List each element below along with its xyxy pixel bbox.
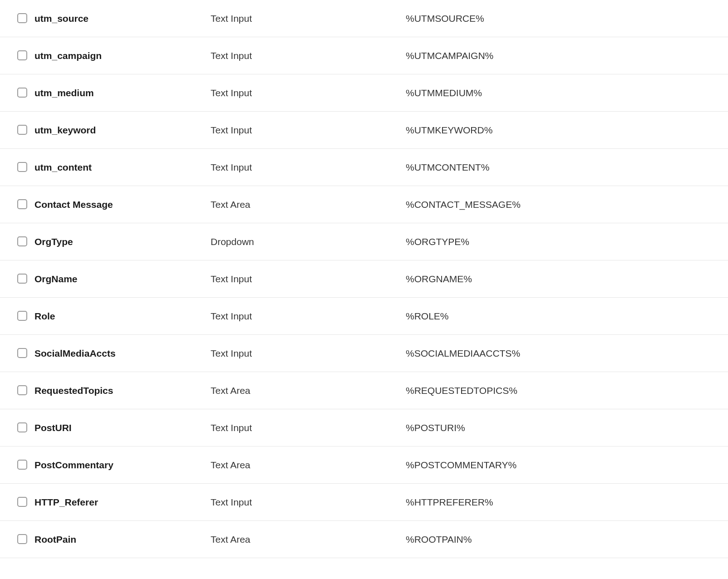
table-row: PostURIText Input%POSTURI% <box>0 409 728 447</box>
select-field-checkbox[interactable] <box>17 88 27 98</box>
table-row: OrgNameText Input%ORGNAME% <box>0 260 728 298</box>
field-name-cell: utm_campaign <box>0 49 209 62</box>
select-field-checkbox[interactable] <box>17 274 27 284</box>
select-field-checkbox[interactable] <box>17 236 27 246</box>
select-field-checkbox[interactable] <box>17 125 27 135</box>
table-row: RoleText Input%ROLE% <box>0 298 728 335</box>
select-field-checkbox[interactable] <box>17 422 27 432</box>
field-type-cell: Dropdown <box>209 235 404 248</box>
table-row: utm_keywordText Input%UTMKEYWORD% <box>0 112 728 149</box>
field-type-cell: Text Input <box>209 421 404 434</box>
table-row: PostCommentaryText Area%POSTCOMMENTARY% <box>0 447 728 484</box>
field-name-cell: OrgType <box>0 235 209 248</box>
select-field-checkbox[interactable] <box>17 460 27 470</box>
select-field-checkbox[interactable] <box>17 199 27 209</box>
field-value-cell: %SOCIALMEDIAACCTS% <box>404 347 728 360</box>
field-name-label: PostURI <box>34 421 72 434</box>
table-row: Contact MessageText Area%CONTACT_MESSAGE… <box>0 186 728 223</box>
field-name-label: utm_campaign <box>34 49 102 62</box>
field-name-label: OrgType <box>34 235 73 248</box>
field-name-cell: RequestedTopics <box>0 384 209 397</box>
field-type-cell: Text Input <box>209 123 404 137</box>
select-field-checkbox[interactable] <box>17 534 27 544</box>
field-value-cell: %UTMKEYWORD% <box>404 123 728 137</box>
table-row: SocialMediaAcctsText Input%SOCIALMEDIAAC… <box>0 335 728 372</box>
field-name-label: utm_keyword <box>34 123 96 137</box>
field-value-cell: %UTMSOURCE% <box>404 12 728 25</box>
field-type-cell: Text Input <box>209 347 404 360</box>
table-row: utm_mediumText Input%UTMMEDIUM% <box>0 74 728 112</box>
field-value-cell: %POSTCOMMENTARY% <box>404 458 728 471</box>
select-field-checkbox[interactable] <box>17 311 27 321</box>
field-name-cell: Contact Message <box>0 198 209 211</box>
table-row: RequestedTopicsText Area%REQUESTEDTOPICS… <box>0 372 728 409</box>
field-value-cell: %ROLE% <box>404 309 728 323</box>
field-name-cell: utm_keyword <box>0 123 209 137</box>
field-name-cell: OrgName <box>0 272 209 285</box>
field-name-cell: utm_medium <box>0 86 209 99</box>
field-type-cell: Text Input <box>209 496 404 509</box>
table-row: utm_contentText Input%UTMCONTENT% <box>0 149 728 186</box>
field-value-cell: %ORGNAME% <box>404 272 728 285</box>
field-name-label: utm_content <box>34 161 92 174</box>
field-name-label: RootPain <box>34 533 76 546</box>
table-row: utm_campaignText Input%UTMCAMPAIGN% <box>0 37 728 74</box>
select-field-checkbox[interactable] <box>17 497 27 507</box>
field-type-cell: Text Input <box>209 161 404 174</box>
select-field-checkbox[interactable] <box>17 385 27 395</box>
field-value-cell: %ROOTPAIN% <box>404 533 728 546</box>
field-name-cell: RootPain <box>0 533 209 546</box>
select-field-checkbox[interactable] <box>17 13 27 23</box>
field-type-cell: Text Area <box>209 384 404 397</box>
fields-table: utm_sourceText Input%UTMSOURCE%utm_campa… <box>0 0 728 558</box>
field-value-cell: %CONTACT_MESSAGE% <box>404 198 728 211</box>
select-field-checkbox[interactable] <box>17 50 27 60</box>
field-type-cell: Text Input <box>209 309 404 323</box>
field-name-label: HTTP_Referer <box>34 496 98 509</box>
field-name-cell: utm_source <box>0 12 209 25</box>
field-name-label: Contact Message <box>34 198 113 211</box>
field-value-cell: %UTMCAMPAIGN% <box>404 49 728 62</box>
field-name-label: SocialMediaAccts <box>34 347 116 360</box>
field-value-cell: %HTTPREFERER% <box>404 496 728 509</box>
table-row: OrgTypeDropdown%ORGTYPE% <box>0 223 728 260</box>
field-type-cell: Text Input <box>209 12 404 25</box>
field-name-cell: utm_content <box>0 161 209 174</box>
select-field-checkbox[interactable] <box>17 348 27 358</box>
field-type-cell: Text Area <box>209 458 404 471</box>
field-name-label: Role <box>34 309 55 323</box>
field-name-cell: Role <box>0 309 209 323</box>
field-type-cell: Text Input <box>209 86 404 99</box>
field-value-cell: %UTMMEDIUM% <box>404 86 728 99</box>
field-name-label: utm_source <box>34 12 89 25</box>
field-name-label: RequestedTopics <box>34 384 113 397</box>
field-name-label: utm_medium <box>34 86 94 99</box>
field-type-cell: Text Area <box>209 533 404 546</box>
field-name-cell: SocialMediaAccts <box>0 347 209 360</box>
field-name-cell: PostURI <box>0 421 209 434</box>
field-name-label: OrgName <box>34 272 78 285</box>
field-name-label: PostCommentary <box>34 458 113 471</box>
field-type-cell: Text Area <box>209 198 404 211</box>
field-value-cell: %UTMCONTENT% <box>404 161 728 174</box>
select-field-checkbox[interactable] <box>17 162 27 172</box>
field-value-cell: %POSTURI% <box>404 421 728 434</box>
field-type-cell: Text Input <box>209 272 404 285</box>
field-type-cell: Text Input <box>209 49 404 62</box>
field-name-cell: HTTP_Referer <box>0 496 209 509</box>
table-row: HTTP_RefererText Input%HTTPREFERER% <box>0 484 728 521</box>
field-name-cell: PostCommentary <box>0 458 209 471</box>
table-row: utm_sourceText Input%UTMSOURCE% <box>0 0 728 37</box>
field-value-cell: %REQUESTEDTOPICS% <box>404 384 728 397</box>
table-row: RootPainText Area%ROOTPAIN% <box>0 521 728 558</box>
field-value-cell: %ORGTYPE% <box>404 235 728 248</box>
